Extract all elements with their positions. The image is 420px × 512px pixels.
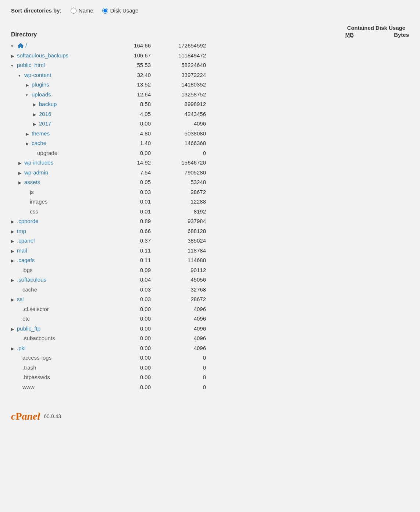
expand-icon[interactable]: ▶	[26, 131, 31, 136]
dir-name[interactable]: mail	[17, 247, 27, 255]
dir-mb: 12.64	[107, 91, 151, 99]
dir-mb: 0.00	[107, 344, 151, 353]
dir-mb: 0.05	[107, 178, 151, 187]
table-row: ▶ access-logs 0.00 0	[11, 353, 409, 363]
table-row: ▶ logs 0.09 90112	[11, 265, 409, 275]
expand-icon[interactable]: ▶	[11, 229, 16, 234]
expand-icon[interactable]: ▶	[18, 180, 24, 185]
dir-name[interactable]: .pki	[17, 344, 25, 353]
dir-name: .trash	[22, 364, 36, 372]
table-row: ▶ tmp 0.66 688128	[11, 226, 409, 236]
sort-disk-radio[interactable]	[102, 8, 108, 14]
dir-bytes: 15646720	[151, 159, 206, 167]
dir-mb: 0.09	[107, 266, 151, 275]
dir-mb: 13.52	[107, 81, 151, 89]
dir-bytes: 688128	[151, 227, 206, 236]
table-row: ▶ upgrade 0.00 0	[11, 148, 409, 158]
sort-disk-option[interactable]: Disk Usage	[102, 7, 139, 14]
expand-icon[interactable]: ▶	[18, 170, 24, 175]
table-row: ▶ etc 0.00 4096	[11, 314, 409, 324]
dir-name[interactable]: tmp	[17, 227, 26, 236]
dir-name[interactable]: .cagefs	[17, 256, 35, 265]
dir-mb: 0.00	[107, 364, 151, 372]
dir-name[interactable]: public_html	[17, 61, 45, 70]
dir-name[interactable]: public_ftp	[17, 325, 40, 333]
directory-header: Directory	[11, 31, 107, 38]
dir-bytes: 937984	[151, 217, 206, 226]
expand-icon[interactable]: ▶	[11, 248, 16, 253]
dir-bytes: 5038080	[151, 130, 206, 138]
dir-bytes: 53248	[151, 178, 206, 187]
table-row: ▶ .pki 0.00 4096	[11, 343, 409, 353]
dir-mb: 0.00	[107, 383, 151, 392]
expand-icon[interactable]: ▶	[11, 238, 16, 243]
dir-bytes: 0	[151, 149, 206, 158]
table-row: ▶ .softaculous 0.04 45056	[11, 275, 409, 285]
expand-icon[interactable]: ▶	[11, 297, 16, 302]
dir-name[interactable]: .cpanel	[17, 237, 35, 245]
collapse-icon[interactable]: ▾	[11, 43, 16, 48]
expand-icon[interactable]: ▶	[26, 141, 31, 146]
dir-mb: 0.37	[107, 237, 151, 245]
dir-name[interactable]: assets	[24, 178, 40, 187]
dir-name[interactable]: uploads	[32, 91, 51, 99]
dir-name[interactable]: wp-content	[24, 71, 51, 80]
table-row: ▶ themes 4.80 5038080	[11, 129, 409, 139]
dir-name[interactable]: backup	[39, 100, 57, 109]
table-row: ▶ public_ftp 0.00 4096	[11, 324, 409, 334]
collapse-icon[interactable]: ▾	[18, 73, 24, 78]
table-row: ▶ www 0.00 0	[11, 382, 409, 392]
dir-name[interactable]: /	[25, 42, 27, 50]
dir-mb: 0.03	[107, 188, 151, 197]
expand-icon[interactable]: ▶	[18, 160, 24, 165]
expand-icon[interactable]: ▶	[11, 277, 16, 282]
dir-bytes: 45056	[151, 276, 206, 284]
table-row: ▶ 2017 0.00 4096	[11, 119, 409, 129]
dir-bytes: 14180352	[151, 81, 206, 89]
dir-mb: 0.00	[107, 315, 151, 323]
expand-icon[interactable]: ▶	[33, 121, 38, 126]
collapse-icon[interactable]: ▾	[11, 63, 16, 68]
dir-bytes: 4096	[151, 344, 206, 353]
cpanel-logo: cPanel	[11, 410, 40, 422]
dir-bytes: 28672	[151, 188, 206, 197]
expand-icon[interactable]: ▶	[11, 326, 16, 331]
table-row: ▶ css 0.01 8192	[11, 207, 409, 217]
dir-bytes: 0	[151, 364, 206, 372]
dir-name: .htpasswds	[22, 373, 50, 382]
dir-name[interactable]: .cphorde	[17, 217, 38, 226]
table-row: ▶ js 0.03 28672	[11, 187, 409, 197]
table-row: ▶ images 0.01 12288	[11, 197, 409, 207]
dir-name[interactable]: wp-includes	[24, 159, 53, 167]
sort-name-option[interactable]: Name	[71, 7, 93, 14]
sort-name-radio[interactable]	[71, 8, 76, 14]
dir-name[interactable]: cache	[32, 139, 46, 148]
dir-bytes: 90112	[151, 266, 206, 275]
dir-name: css	[30, 208, 38, 216]
collapse-icon[interactable]: ▾	[26, 92, 31, 97]
dir-mb: 0.00	[107, 325, 151, 333]
expand-icon[interactable]: ▶	[33, 112, 38, 117]
table-row: ▶ plugins 13.52 14180352	[11, 80, 409, 90]
expand-icon[interactable]: ▶	[11, 346, 16, 351]
dir-name[interactable]: plugins	[32, 81, 49, 89]
expand-icon[interactable]: ▶	[33, 102, 38, 107]
dir-name[interactable]: ssl	[17, 295, 24, 304]
dir-mb: 0.66	[107, 227, 151, 236]
expand-icon[interactable]: ▶	[11, 219, 16, 224]
dir-bytes: 385024	[151, 237, 206, 245]
dir-name: .cl.selector	[22, 305, 49, 314]
dir-name[interactable]: themes	[32, 130, 50, 138]
dir-bytes: 4243456	[151, 110, 206, 119]
expand-icon[interactable]: ▶	[26, 82, 31, 87]
dir-mb: 4.80	[107, 130, 151, 138]
expand-icon[interactable]: ▶	[11, 53, 16, 58]
table-row: ▶ ssl 0.03 28672	[11, 294, 409, 304]
dir-name[interactable]: 2016	[39, 110, 51, 119]
table-row: ▶ .trash 0.00 0	[11, 363, 409, 373]
dir-name[interactable]: wp-admin	[24, 169, 48, 177]
dir-name[interactable]: softaculous_backups	[17, 52, 68, 60]
dir-name[interactable]: .softaculous	[17, 276, 46, 284]
dir-name[interactable]: 2017	[39, 120, 51, 128]
expand-icon[interactable]: ▶	[11, 258, 16, 263]
